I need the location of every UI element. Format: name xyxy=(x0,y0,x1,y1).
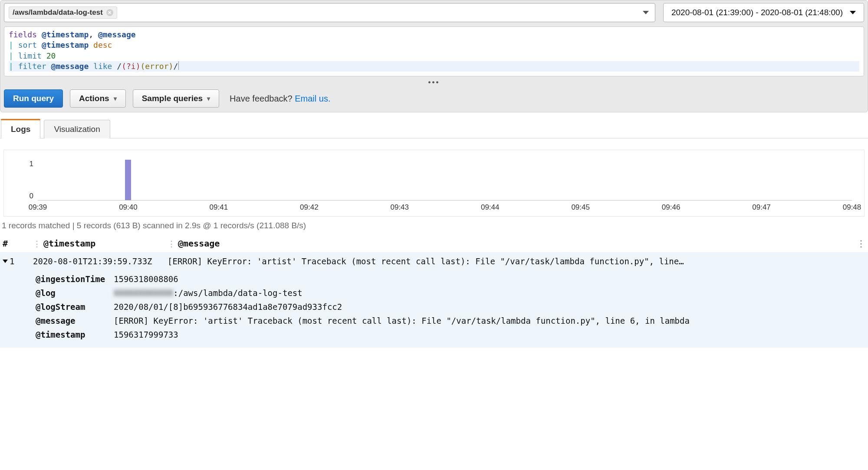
remove-chip-icon[interactable]: ✕ xyxy=(106,9,113,16)
actions-button[interactable]: Actions▾ xyxy=(70,89,126,108)
drag-handle-icon[interactable]: ⋮ xyxy=(168,239,178,248)
cell-message: [ERROR] KeyError: 'artist' Traceback (mo… xyxy=(168,256,865,266)
run-query-button[interactable]: Run query xyxy=(4,89,63,108)
log-group-select[interactable]: /aws/lambda/data-log-test ✕ xyxy=(4,3,655,22)
row-expand-toggle[interactable]: 1 xyxy=(3,256,33,266)
histogram-chart: 10 09:3909:4009:4109:4209:4309:4409:4509… xyxy=(3,150,865,217)
x-tick: 09:40 xyxy=(119,203,138,212)
x-tick: 09:48 xyxy=(843,203,861,212)
col-idx: # xyxy=(3,238,33,249)
chevron-down-icon: ▾ xyxy=(207,95,210,102)
x-tick: 09:41 xyxy=(210,203,228,212)
row-details: @ingestionTime1596318008806 @logXXXXXXXX… xyxy=(0,270,868,348)
histogram-bar[interactable] xyxy=(125,160,131,200)
chevron-down-icon xyxy=(643,11,649,14)
scan-summary: 1 records matched | 5 records (613 B) sc… xyxy=(2,221,866,230)
tab-visualization[interactable]: Visualization xyxy=(44,120,110,138)
detail-log-stream: @logStream2020/08/01/[8]b695936776834ad1… xyxy=(3,300,865,314)
chevron-down-icon xyxy=(850,11,856,14)
detail-log: @logXXXXXXXXXXXX:/aws/lambda/data-log-te… xyxy=(3,286,865,300)
tab-logs[interactable]: Logs xyxy=(1,120,40,138)
selector-row: /aws/lambda/data-log-test ✕ 2020-08-01 (… xyxy=(4,3,864,22)
x-tick: 09:39 xyxy=(29,203,47,212)
sample-queries-button[interactable]: Sample queries▾ xyxy=(133,89,219,108)
x-tick: 09:43 xyxy=(390,203,409,212)
col-message[interactable]: ⋮@message xyxy=(168,238,865,249)
detail-message: @message[ERROR] KeyError: 'artist' Trace… xyxy=(3,314,865,328)
time-range-select[interactable]: 2020-08-01 (21:39:00) - 2020-08-01 (21:4… xyxy=(663,3,864,22)
results-tabs: Logs Visualization xyxy=(0,119,868,138)
feedback-text: Have feedback? Email us. xyxy=(230,94,330,104)
query-line-2: | sort @timestamp desc xyxy=(9,40,859,50)
editor-drag-handle[interactable]: ••• xyxy=(4,76,864,89)
x-tick: 09:42 xyxy=(300,203,319,212)
query-line-3: | limit 20 xyxy=(9,51,859,61)
email-us-link[interactable]: Email us. xyxy=(295,94,330,103)
time-range-label: 2020-08-01 (21:39:00) - 2020-08-01 (21:4… xyxy=(671,8,843,17)
detail-timestamp: @timestamp1596317999733 xyxy=(3,328,865,342)
chevron-down-icon: ▾ xyxy=(114,95,117,102)
query-editor[interactable]: fields @timestamp, @message | sort @time… xyxy=(4,26,864,76)
table-row[interactable]: 1 2020-08-01T21:39:59.733Z [ERROR] KeyEr… xyxy=(0,252,868,270)
col-timestamp[interactable]: ⋮@timestamp xyxy=(33,238,168,249)
chevron-down-icon xyxy=(3,260,8,263)
x-tick: 09:44 xyxy=(481,203,500,212)
x-tick: 09:45 xyxy=(571,203,590,212)
x-tick: 09:47 xyxy=(752,203,771,212)
detail-ingestion-time: @ingestionTime1596318008806 xyxy=(3,272,865,286)
table-header: # ⋮@timestamp ⋮@message ⋮ xyxy=(0,235,868,252)
query-line-1: fields @timestamp, @message xyxy=(9,30,859,40)
log-group-chip[interactable]: /aws/lambda/data-log-test ✕ xyxy=(9,7,117,19)
query-line-4: | filter @message like /(?i)(error)/ xyxy=(9,61,859,72)
results-table: # ⋮@timestamp ⋮@message ⋮ 1 2020-08-01T2… xyxy=(0,235,868,348)
x-tick: 09:46 xyxy=(662,203,681,212)
cell-timestamp: 2020-08-01T21:39:59.733Z xyxy=(33,256,168,266)
drag-handle-icon[interactable]: ⋮ xyxy=(33,239,43,248)
log-group-chip-label: /aws/lambda/data-log-test xyxy=(13,8,103,17)
action-row: Run query Actions▾ Sample queries▾ Have … xyxy=(4,89,864,108)
column-options-icon[interactable]: ⋮ xyxy=(857,238,865,249)
text-cursor-icon xyxy=(178,61,179,70)
query-panel: /aws/lambda/data-log-test ✕ 2020-08-01 (… xyxy=(0,0,868,112)
